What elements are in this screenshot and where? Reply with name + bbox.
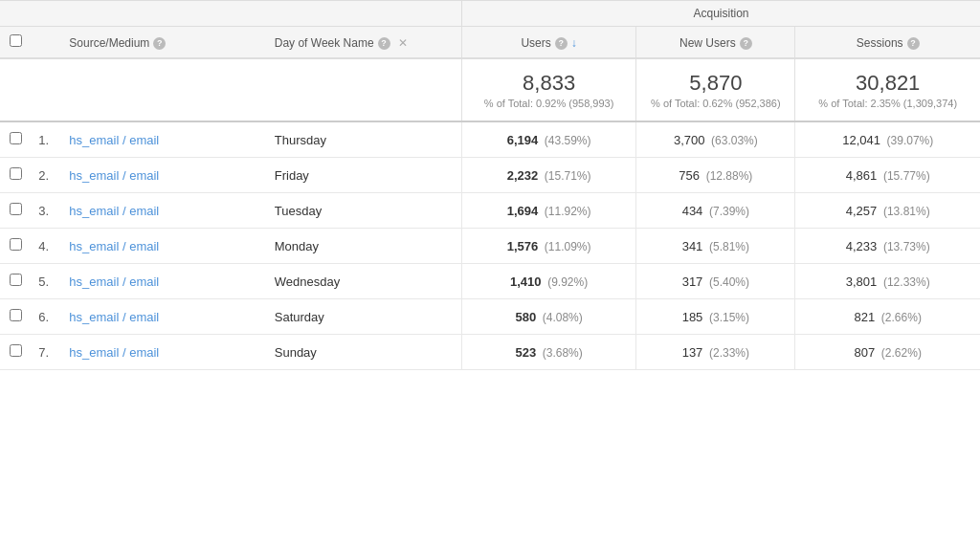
newusers-value: 317 [682, 274, 703, 289]
row-checkbox[interactable] [10, 238, 22, 251]
users-pct: (3.68%) [543, 346, 583, 360]
row-sessions: 807 (2.62%) [795, 335, 980, 370]
day-edit-icon[interactable]: ✕ [398, 36, 408, 50]
source-link[interactable]: hs_email / email [69, 310, 159, 324]
row-checkbox-cell [0, 299, 31, 335]
newusers-value: 434 [682, 204, 703, 218]
newusers-pct: (63.03%) [711, 134, 758, 147]
day-help-icon[interactable]: ? [378, 37, 390, 50]
row-checkbox[interactable] [10, 167, 22, 180]
newusers-value: 3,700 [674, 133, 705, 147]
table-row: 5. hs_email / email Wednesday 1,410 (9.9… [0, 264, 980, 299]
totals-empty [0, 58, 61, 121]
row-sessions: 4,861 (15.77%) [795, 158, 980, 193]
row-day: Saturday [267, 299, 462, 335]
row-source: hs_email / email [61, 121, 266, 158]
sessions-value: 12,041 [842, 133, 880, 147]
source-link[interactable]: hs_email / email [69, 345, 159, 360]
source-link[interactable]: hs_email / email [69, 133, 159, 147]
row-number: 4. [38, 239, 49, 253]
sessions-value: 4,257 [846, 204, 878, 218]
row-newusers: 434 (7.39%) [636, 193, 795, 229]
newusers-help-icon[interactable]: ? [740, 37, 752, 50]
row-sessions: 4,257 (13.81%) [795, 193, 980, 229]
totals-newusers-sub: % of Total: 0.62% (952,386) [644, 98, 787, 109]
totals-sessions-sub: % of Total: 2.35% (1,309,374) [803, 98, 972, 109]
sessions-value: 807 [855, 345, 876, 360]
row-newusers: 3,700 (63.03%) [636, 121, 795, 158]
row-day: Wednesday [267, 264, 462, 299]
totals-sessions-main: 30,821 [803, 71, 972, 96]
row-number: 7. [38, 345, 49, 360]
row-sessions: 12,041 (39.07%) [795, 121, 980, 158]
totals-users-cell: 8,833 % of Total: 0.92% (958,993) [461, 58, 635, 121]
row-number: 6. [38, 310, 49, 324]
newusers-pct: (5.40%) [709, 275, 749, 289]
users-value: 523 [515, 345, 536, 360]
row-checkbox[interactable] [10, 344, 22, 357]
table-row: 2. hs_email / email Friday 2,232 (15.71%… [0, 158, 980, 193]
row-index: 5. [31, 264, 61, 299]
header-source: Source/Medium ? [61, 27, 266, 59]
source-link[interactable]: hs_email / email [69, 168, 159, 183]
newusers-pct: (7.39%) [709, 205, 749, 218]
users-pct: (11.92%) [545, 205, 591, 218]
sessions-help-icon[interactable]: ? [907, 37, 920, 50]
newusers-value: 756 [679, 168, 700, 183]
row-index: 6. [31, 299, 61, 335]
users-pct: (9.92%) [547, 275, 588, 289]
table-row: 3. hs_email / email Tuesday 1,694 (11.92… [0, 193, 980, 229]
row-index: 1. [31, 121, 61, 158]
row-source: hs_email / email [61, 229, 266, 264]
row-day: Sunday [267, 335, 462, 370]
row-source: hs_email / email [61, 264, 266, 299]
row-source: hs_email / email [61, 335, 266, 370]
row-source: hs_email / email [61, 299, 266, 335]
sessions-pct: (15.77%) [883, 169, 930, 183]
header-newusers: New Users ? [636, 27, 795, 59]
select-all-checkbox[interactable] [10, 34, 22, 47]
row-checkbox-cell [0, 229, 31, 264]
newusers-pct: (12.88%) [706, 169, 753, 183]
table-row: 6. hs_email / email Saturday 580 (4.08%)… [0, 299, 980, 335]
users-sort-icon[interactable]: ↓ [571, 36, 577, 50]
totals-users-sub: % of Total: 0.92% (958,993) [470, 98, 628, 109]
users-label: Users [521, 36, 550, 50]
newusers-pct: (5.81%) [709, 240, 749, 253]
row-source: hs_email / email [61, 158, 266, 193]
sessions-pct: (39.07%) [887, 134, 934, 147]
row-day: Thursday [267, 121, 462, 158]
users-value: 1,576 [507, 239, 539, 253]
row-number: 3. [38, 204, 49, 218]
row-checkbox-cell [0, 335, 31, 370]
source-link[interactable]: hs_email / email [69, 239, 159, 253]
row-day: Tuesday [267, 193, 462, 229]
row-number: 1. [38, 133, 49, 147]
totals-day-empty [267, 58, 462, 121]
source-link[interactable]: hs_email / email [69, 204, 159, 218]
row-checkbox[interactable] [10, 132, 22, 144]
users-pct: (43.59%) [545, 134, 591, 147]
row-index: 3. [31, 193, 61, 229]
users-pct: (4.08%) [543, 311, 583, 324]
totals-sessions-cell: 30,821 % of Total: 2.35% (1,309,374) [795, 58, 980, 121]
newusers-value: 185 [682, 310, 703, 324]
users-value: 580 [515, 310, 536, 324]
row-newusers: 756 (12.88%) [636, 158, 795, 193]
table-row: 7. hs_email / email Sunday 523 (3.68%) 1… [0, 335, 980, 370]
row-checkbox[interactable] [10, 274, 22, 286]
sessions-value: 821 [855, 310, 876, 324]
row-checkbox[interactable] [10, 203, 22, 215]
users-help-icon[interactable]: ? [555, 37, 568, 50]
source-link[interactable]: hs_email / email [69, 274, 159, 289]
users-value: 2,232 [507, 168, 539, 183]
row-users: 1,694 (11.92%) [461, 193, 635, 229]
sessions-value: 4,233 [846, 239, 878, 253]
row-index: 2. [31, 158, 61, 193]
row-checkbox[interactable] [10, 309, 22, 321]
source-help-icon[interactable]: ? [153, 37, 166, 50]
sessions-value: 3,801 [846, 274, 878, 289]
source-medium-label: Source/Medium [69, 36, 149, 50]
users-value: 6,194 [507, 133, 539, 147]
table-row: 1. hs_email / email Thursday 6,194 (43.5… [0, 121, 980, 158]
